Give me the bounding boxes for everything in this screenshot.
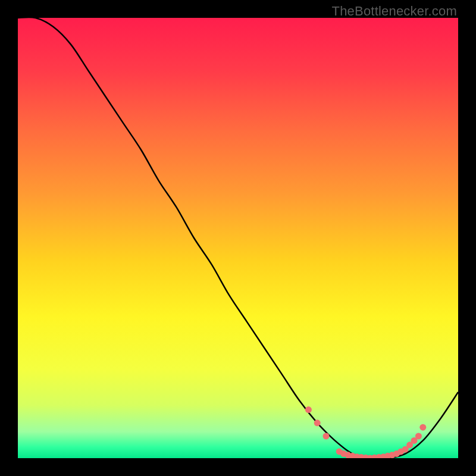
highlight-dot [323,433,330,440]
bottleneck-curve [18,18,458,458]
chart-overlay [18,18,458,458]
highlight-dot [305,406,312,413]
highlight-dot [419,424,426,431]
highlight-dots-group [305,406,426,458]
attribution-text: TheBottlenecker.com [332,4,457,19]
chart-frame [18,18,458,458]
highlight-dot [415,433,422,440]
highlight-dot [314,419,321,426]
